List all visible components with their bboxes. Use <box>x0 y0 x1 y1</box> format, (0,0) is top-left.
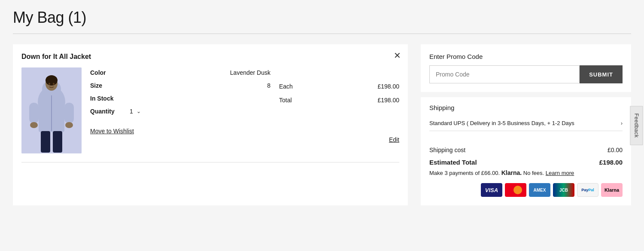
svg-point-16 <box>513 186 522 194</box>
svg-rect-9 <box>29 103 39 123</box>
paypal-icon: PayPal <box>577 183 598 197</box>
close-button[interactable]: ✕ <box>394 51 401 60</box>
shipping-cost-value: £0.00 <box>608 147 623 153</box>
klarna-brand: Klarna. <box>501 169 522 176</box>
chevron-down-icon: ⌄ <box>137 108 141 114</box>
promo-submit-button[interactable]: SUBMIT <box>580 65 623 83</box>
promo-title: Enter Promo Code <box>429 53 623 60</box>
shipping-option-text: Standard UPS ( Delivery in 3-5 Business … <box>429 120 574 126</box>
product-image <box>21 67 82 153</box>
product-details: Color Lavender Dusk Size 8 In Stock Quan… <box>90 67 270 135</box>
size-label: Size <box>90 82 102 89</box>
promo-section: Enter Promo Code SUBMIT <box>421 44 631 92</box>
svg-point-4 <box>46 75 58 86</box>
size-value: 8 <box>267 82 270 89</box>
estimated-total-value: £198.00 <box>599 159 623 166</box>
totals-section: Shipping cost £0.00 Estimated Total £198… <box>421 138 631 205</box>
svg-point-12 <box>65 122 73 128</box>
stock-status: In Stock <box>90 95 270 102</box>
shipping-option[interactable]: Standard UPS ( Delivery in 3-5 Business … <box>429 116 623 131</box>
promo-code-input[interactable] <box>429 65 580 83</box>
each-price: £198.00 <box>377 83 399 90</box>
svg-rect-10 <box>64 103 74 123</box>
svg-point-5 <box>49 83 50 85</box>
page-title: My Bag (1) <box>13 9 631 27</box>
color-value: Lavender Dusk <box>230 69 270 76</box>
total-label: Total <box>279 97 292 104</box>
shipping-title: Shipping <box>429 104 623 111</box>
product-name: Down for It All Jacket <box>21 53 399 61</box>
pricing-section: Each £198.00 Total £198.00 Edit <box>279 67 399 143</box>
sidebar: Enter Promo Code SUBMIT Shipping Standar… <box>421 44 631 205</box>
quantity-label: Quantity <box>90 108 125 115</box>
chevron-right-icon: › <box>621 120 623 126</box>
total-price: £198.00 <box>377 97 399 104</box>
edit-button[interactable]: Edit <box>389 136 399 143</box>
svg-rect-14 <box>53 131 62 153</box>
svg-point-11 <box>30 122 38 128</box>
payment-icons: VISA AMEX JCB PayPal Klarna <box>429 183 623 197</box>
klarna-text: Make 3 payments of £66.00. <box>429 170 500 176</box>
quantity-value: 1 <box>130 108 133 115</box>
klarna-suffix: No fees. <box>523 170 544 176</box>
klarna-payment-icon: Klarna <box>601 183 623 197</box>
color-label: Color <box>90 69 106 76</box>
shipping-section: Shipping Standard UPS ( Delivery in 3-5 … <box>421 97 631 138</box>
quantity-selector[interactable]: 1 ⌄ <box>130 108 141 115</box>
learn-more-link[interactable]: Learn more <box>546 170 574 176</box>
each-label: Each <box>279 83 293 90</box>
shipping-cost-label: Shipping cost <box>429 147 465 153</box>
visa-icon: VISA <box>481 183 502 197</box>
cart-bottom-divider <box>21 162 399 162</box>
move-to-wishlist-button[interactable]: Move to Wishlist <box>90 128 134 135</box>
svg-point-6 <box>53 83 55 85</box>
cart-section: Down for It All Jacket ✕ <box>13 44 408 205</box>
jcb-icon: JCB <box>553 183 574 197</box>
feedback-tab[interactable]: Feedback <box>630 106 643 145</box>
amex-icon: AMEX <box>529 183 550 197</box>
estimated-total-label: Estimated Total <box>429 159 477 166</box>
mastercard-icon <box>505 183 526 197</box>
svg-rect-13 <box>41 131 50 153</box>
header-divider <box>13 34 631 34</box>
